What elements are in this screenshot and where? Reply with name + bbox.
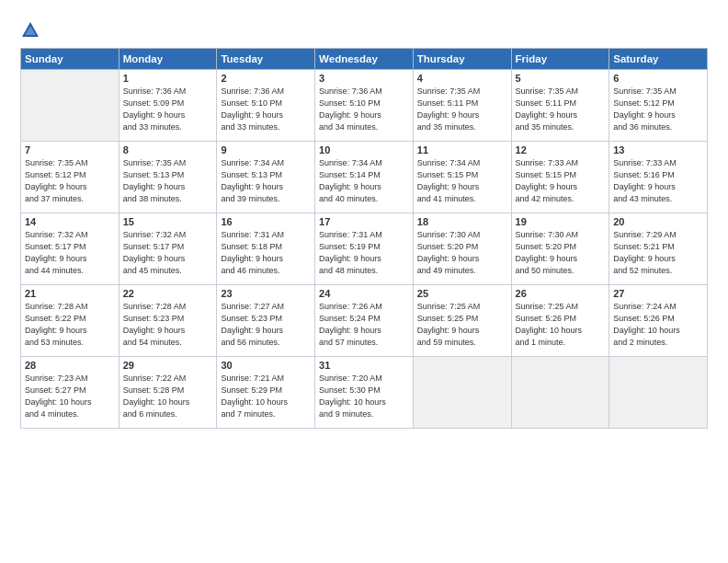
day-info: Sunrise: 7:36 AM Sunset: 5:09 PM Dayligh… bbox=[123, 86, 213, 133]
day-number: 3 bbox=[319, 73, 409, 84]
calendar-cell: 24Sunrise: 7:26 AM Sunset: 5:24 PM Dayli… bbox=[315, 285, 414, 357]
day-info: Sunrise: 7:24 AM Sunset: 5:26 PM Dayligh… bbox=[613, 301, 703, 349]
day-number: 2 bbox=[221, 73, 311, 84]
day-info: Sunrise: 7:35 AM Sunset: 5:13 PM Dayligh… bbox=[123, 157, 213, 205]
day-info: Sunrise: 7:22 AM Sunset: 5:28 PM Dayligh… bbox=[123, 373, 213, 420]
calendar-cell: 15Sunrise: 7:32 AM Sunset: 5:17 PM Dayli… bbox=[119, 213, 217, 285]
day-number: 22 bbox=[123, 288, 213, 299]
day-number: 17 bbox=[319, 216, 409, 227]
day-info: Sunrise: 7:26 AM Sunset: 5:24 PM Dayligh… bbox=[319, 301, 409, 349]
logo-icon bbox=[20, 20, 40, 40]
day-info: Sunrise: 7:34 AM Sunset: 5:13 PM Dayligh… bbox=[221, 157, 311, 205]
day-info: Sunrise: 7:36 AM Sunset: 5:10 PM Dayligh… bbox=[221, 86, 311, 133]
day-number: 23 bbox=[221, 288, 311, 299]
weekday-header-row: SundayMondayTuesdayWednesdayThursdayFrid… bbox=[21, 49, 708, 70]
calendar-cell: 31Sunrise: 7:20 AM Sunset: 5:30 PM Dayli… bbox=[315, 357, 414, 429]
calendar-cell: 23Sunrise: 7:27 AM Sunset: 5:23 PM Dayli… bbox=[217, 285, 315, 357]
calendar-cell: 19Sunrise: 7:30 AM Sunset: 5:20 PM Dayli… bbox=[511, 213, 609, 285]
calendar-week-row: 28Sunrise: 7:23 AM Sunset: 5:27 PM Dayli… bbox=[21, 357, 708, 429]
day-info: Sunrise: 7:20 AM Sunset: 5:30 PM Dayligh… bbox=[319, 373, 409, 420]
weekday-header: Sunday bbox=[21, 49, 119, 70]
calendar-cell: 28Sunrise: 7:23 AM Sunset: 5:27 PM Dayli… bbox=[21, 357, 119, 429]
calendar-page: SundayMondayTuesdayWednesdayThursdayFrid… bbox=[0, 0, 728, 563]
day-number: 30 bbox=[221, 360, 311, 371]
calendar-cell: 2Sunrise: 7:36 AM Sunset: 5:10 PM Daylig… bbox=[217, 70, 315, 142]
day-number: 11 bbox=[417, 144, 507, 155]
calendar-cell: 6Sunrise: 7:35 AM Sunset: 5:12 PM Daylig… bbox=[609, 70, 708, 142]
day-number: 21 bbox=[25, 288, 115, 299]
day-info: Sunrise: 7:31 AM Sunset: 5:19 PM Dayligh… bbox=[319, 229, 409, 277]
calendar-cell: 1Sunrise: 7:36 AM Sunset: 5:09 PM Daylig… bbox=[119, 70, 217, 142]
calendar-cell bbox=[413, 357, 511, 429]
day-info: Sunrise: 7:35 AM Sunset: 5:12 PM Dayligh… bbox=[613, 86, 703, 133]
calendar-cell bbox=[511, 357, 609, 429]
weekday-header: Thursday bbox=[413, 49, 511, 70]
day-info: Sunrise: 7:33 AM Sunset: 5:16 PM Dayligh… bbox=[613, 157, 703, 205]
weekday-header: Tuesday bbox=[217, 49, 315, 70]
calendar-cell: 21Sunrise: 7:28 AM Sunset: 5:22 PM Dayli… bbox=[21, 285, 119, 357]
day-info: Sunrise: 7:33 AM Sunset: 5:15 PM Dayligh… bbox=[516, 157, 606, 205]
calendar-cell: 26Sunrise: 7:25 AM Sunset: 5:26 PM Dayli… bbox=[511, 285, 609, 357]
day-number: 13 bbox=[613, 144, 703, 155]
day-number: 16 bbox=[221, 216, 311, 227]
day-number: 26 bbox=[516, 288, 606, 299]
day-info: Sunrise: 7:36 AM Sunset: 5:10 PM Dayligh… bbox=[319, 86, 409, 133]
weekday-header: Wednesday bbox=[315, 49, 414, 70]
day-number: 31 bbox=[319, 360, 409, 371]
weekday-header: Saturday bbox=[609, 49, 708, 70]
day-number: 27 bbox=[613, 288, 703, 299]
calendar-week-row: 14Sunrise: 7:32 AM Sunset: 5:17 PM Dayli… bbox=[21, 213, 708, 285]
calendar-cell: 3Sunrise: 7:36 AM Sunset: 5:10 PM Daylig… bbox=[315, 70, 414, 142]
calendar-cell: 10Sunrise: 7:34 AM Sunset: 5:14 PM Dayli… bbox=[315, 142, 414, 213]
calendar-cell: 25Sunrise: 7:25 AM Sunset: 5:25 PM Dayli… bbox=[413, 285, 511, 357]
day-number: 7 bbox=[25, 144, 115, 155]
calendar-cell: 8Sunrise: 7:35 AM Sunset: 5:13 PM Daylig… bbox=[119, 142, 217, 213]
calendar-cell: 16Sunrise: 7:31 AM Sunset: 5:18 PM Dayli… bbox=[217, 213, 315, 285]
day-info: Sunrise: 7:32 AM Sunset: 5:17 PM Dayligh… bbox=[123, 229, 213, 277]
weekday-header: Monday bbox=[119, 49, 217, 70]
day-info: Sunrise: 7:34 AM Sunset: 5:14 PM Dayligh… bbox=[319, 157, 409, 205]
day-info: Sunrise: 7:35 AM Sunset: 5:11 PM Dayligh… bbox=[516, 86, 606, 133]
calendar-cell: 20Sunrise: 7:29 AM Sunset: 5:21 PM Dayli… bbox=[609, 213, 708, 285]
day-number: 18 bbox=[417, 216, 507, 227]
calendar-cell bbox=[21, 70, 119, 142]
calendar-cell: 29Sunrise: 7:22 AM Sunset: 5:28 PM Dayli… bbox=[119, 357, 217, 429]
calendar-cell: 30Sunrise: 7:21 AM Sunset: 5:29 PM Dayli… bbox=[217, 357, 315, 429]
day-number: 20 bbox=[613, 216, 703, 227]
calendar-cell: 5Sunrise: 7:35 AM Sunset: 5:11 PM Daylig… bbox=[511, 70, 609, 142]
weekday-header: Friday bbox=[511, 49, 609, 70]
logo bbox=[20, 20, 44, 40]
day-number: 24 bbox=[319, 288, 409, 299]
calendar-week-row: 7Sunrise: 7:35 AM Sunset: 5:12 PM Daylig… bbox=[21, 142, 708, 213]
day-info: Sunrise: 7:25 AM Sunset: 5:26 PM Dayligh… bbox=[516, 301, 606, 349]
day-number: 28 bbox=[25, 360, 115, 371]
day-number: 25 bbox=[417, 288, 507, 299]
calendar-cell: 9Sunrise: 7:34 AM Sunset: 5:13 PM Daylig… bbox=[217, 142, 315, 213]
day-number: 10 bbox=[319, 144, 409, 155]
day-number: 8 bbox=[123, 144, 213, 155]
day-info: Sunrise: 7:28 AM Sunset: 5:22 PM Dayligh… bbox=[25, 301, 115, 349]
day-number: 15 bbox=[123, 216, 213, 227]
day-number: 4 bbox=[417, 73, 507, 84]
day-info: Sunrise: 7:23 AM Sunset: 5:27 PM Dayligh… bbox=[25, 373, 115, 420]
calendar-week-row: 21Sunrise: 7:28 AM Sunset: 5:22 PM Dayli… bbox=[21, 285, 708, 357]
header bbox=[20, 17, 708, 40]
calendar-cell: 27Sunrise: 7:24 AM Sunset: 5:26 PM Dayli… bbox=[609, 285, 708, 357]
day-info: Sunrise: 7:35 AM Sunset: 5:11 PM Dayligh… bbox=[417, 86, 507, 133]
day-info: Sunrise: 7:27 AM Sunset: 5:23 PM Dayligh… bbox=[221, 301, 311, 349]
day-number: 5 bbox=[516, 73, 606, 84]
day-number: 1 bbox=[123, 73, 213, 84]
calendar-cell: 14Sunrise: 7:32 AM Sunset: 5:17 PM Dayli… bbox=[21, 213, 119, 285]
calendar-cell: 13Sunrise: 7:33 AM Sunset: 5:16 PM Dayli… bbox=[609, 142, 708, 213]
day-info: Sunrise: 7:31 AM Sunset: 5:18 PM Dayligh… bbox=[221, 229, 311, 277]
day-number: 19 bbox=[516, 216, 606, 227]
calendar-cell: 17Sunrise: 7:31 AM Sunset: 5:19 PM Dayli… bbox=[315, 213, 414, 285]
day-number: 14 bbox=[25, 216, 115, 227]
day-info: Sunrise: 7:29 AM Sunset: 5:21 PM Dayligh… bbox=[613, 229, 703, 277]
calendar-table: SundayMondayTuesdayWednesdayThursdayFrid… bbox=[20, 48, 708, 429]
day-number: 29 bbox=[123, 360, 213, 371]
day-info: Sunrise: 7:30 AM Sunset: 5:20 PM Dayligh… bbox=[417, 229, 507, 277]
day-number: 6 bbox=[613, 73, 703, 84]
calendar-cell: 11Sunrise: 7:34 AM Sunset: 5:15 PM Dayli… bbox=[413, 142, 511, 213]
day-info: Sunrise: 7:25 AM Sunset: 5:25 PM Dayligh… bbox=[417, 301, 507, 349]
